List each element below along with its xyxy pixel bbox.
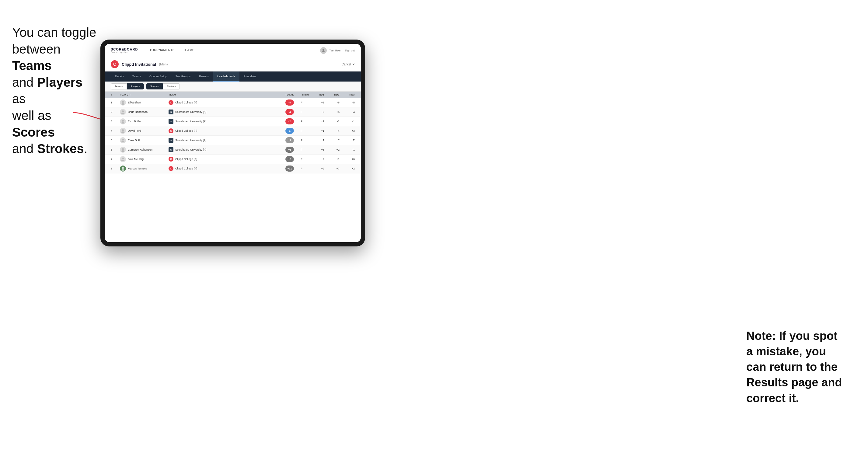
table-row[interactable]: 3 Rich Butler S Scoreboard University [A… xyxy=(105,117,361,126)
rd3-cell: -1 xyxy=(340,148,355,151)
cancel-button[interactable]: Cancel ✕ xyxy=(342,63,355,66)
player-cell: Elliot Ebert xyxy=(120,99,168,105)
clippd-logo: C xyxy=(111,60,119,68)
svg-point-15 xyxy=(122,158,124,159)
rd2-cell: +1 xyxy=(324,158,340,161)
annotation-line5: well as xyxy=(12,108,51,123)
thru-cell: F xyxy=(294,158,309,161)
rd1-cell: -5 xyxy=(309,111,324,114)
team-logo-clippd: C xyxy=(168,166,174,171)
nav-teams[interactable]: TEAMS xyxy=(179,44,199,57)
player-name: Cameron Robertson xyxy=(128,148,152,151)
right-annotation: Note: If you spot a mistake, you can ret… xyxy=(746,328,850,406)
top-nav: SCOREBOARD Powered by clippd TOURNAMENTS… xyxy=(105,44,361,57)
tab-leaderboards[interactable]: Leaderboards xyxy=(213,71,240,82)
rd3-cell: -5 xyxy=(340,101,355,104)
rd2-cell: -6 xyxy=(324,101,340,104)
tab-results[interactable]: Results xyxy=(195,71,213,82)
rd2-cell: +5 xyxy=(324,111,340,114)
tab-tee-groups[interactable]: Tee Groups xyxy=(171,71,195,82)
team-logo-clippd: C xyxy=(168,157,174,161)
total-cell: -4 xyxy=(276,109,294,115)
table-row[interactable]: 8 Marcus Turners C Clippd College [A] +1… xyxy=(105,164,361,174)
tournament-gender: (Men) xyxy=(159,62,168,66)
svg-point-1 xyxy=(322,49,324,51)
rd1-cell: +2 xyxy=(309,167,324,170)
player-avatar xyxy=(120,147,126,153)
team-logo-scoreboard: S xyxy=(168,119,174,124)
rd1-cell: +1 xyxy=(309,139,324,142)
player-avatar xyxy=(120,109,126,115)
tournament-title-row: C Clippd Invitational (Men) xyxy=(111,60,168,68)
player-cell: Rich Butler xyxy=(120,118,168,124)
rank-cell: 5 xyxy=(111,139,120,142)
table-row[interactable]: 1 Elliot Ebert C Clippd College [A] -8 F… xyxy=(105,98,361,107)
tournament-header: C Clippd Invitational (Men) Cancel ✕ xyxy=(105,57,361,71)
team-cell: S Scoreboard University [A] xyxy=(168,119,276,124)
total-cell: +6 xyxy=(276,147,294,153)
right-note-line3: can return to the xyxy=(746,361,838,373)
total-cell: +11 xyxy=(276,165,294,172)
rank-cell: 4 xyxy=(111,129,120,132)
user-avatar xyxy=(320,47,327,54)
svg-point-5 xyxy=(122,111,124,112)
player-name: Rees Britt xyxy=(128,139,140,142)
rd2-cell: -4 xyxy=(324,129,340,132)
player-avatar xyxy=(120,118,126,124)
player-cell: David Ford xyxy=(120,128,168,134)
svg-point-6 xyxy=(121,113,124,114)
rd2-cell: -2 xyxy=(324,120,340,123)
total-cell: +1 xyxy=(276,137,294,143)
toggle-players-button[interactable]: Players xyxy=(127,83,144,89)
nav-right: Test User | Sign out xyxy=(320,47,355,54)
th-rd2: RD2 xyxy=(324,93,340,96)
player-cell: Chris Robertson xyxy=(120,109,168,115)
tab-teams[interactable]: Teams xyxy=(128,71,145,82)
toggle-strokes-button[interactable]: Strokes xyxy=(163,83,180,89)
rd3-cell: E xyxy=(340,139,355,142)
logo-sub: Powered by clippd xyxy=(111,51,138,53)
team-name: Scoreboard University [A] xyxy=(175,111,206,114)
player-avatar xyxy=(120,137,126,143)
sign-out-link[interactable]: Sign out xyxy=(345,49,355,52)
score-badge: +11 xyxy=(285,165,294,172)
team-cell: C Clippd College [A] xyxy=(168,166,276,171)
table-row[interactable]: 2 Chris Robertson S Scoreboard Universit… xyxy=(105,107,361,117)
rank-cell: 1 xyxy=(111,101,120,104)
logo-text: SCOREBOARD xyxy=(111,48,138,51)
svg-point-9 xyxy=(122,129,124,131)
table-row[interactable]: 6 Cameron Robertson S Scoreboard Univers… xyxy=(105,145,361,155)
annotation-line6: and xyxy=(12,142,33,156)
annotation-scores: Scores xyxy=(12,125,55,139)
nav-tournaments[interactable]: TOURNAMENTS xyxy=(145,44,179,57)
toggle-scores-button[interactable]: Scores xyxy=(146,83,163,89)
rank-cell: 6 xyxy=(111,148,120,151)
thru-cell: F xyxy=(294,101,309,104)
annotation-line2: between xyxy=(12,42,61,56)
thru-cell: F xyxy=(294,139,309,142)
team-name: Clippd College [A] xyxy=(175,101,197,104)
rank-cell: 3 xyxy=(111,120,120,123)
player-name: Chris Robertson xyxy=(128,111,148,114)
total-cell: +8 xyxy=(276,156,294,162)
player-name: Rich Butler xyxy=(128,120,141,123)
tab-details[interactable]: Details xyxy=(111,71,128,82)
annotation-teams: Teams xyxy=(12,58,52,73)
tab-printables[interactable]: Printables xyxy=(240,71,261,82)
toggle-teams-button[interactable]: Teams xyxy=(111,83,127,89)
svg-point-11 xyxy=(122,139,124,141)
table-body: 1 Elliot Ebert C Clippd College [A] -8 F… xyxy=(105,98,361,174)
table-row[interactable]: 4 David Ford C Clippd College [A] E F +1… xyxy=(105,126,361,136)
table-header: # PLAYER TEAM TOTAL THRU RD1 RD2 RD3 xyxy=(105,92,361,98)
table-row[interactable]: 5 Rees Britt S Scoreboard University [A]… xyxy=(105,136,361,145)
tab-course-setup[interactable]: Course Setup xyxy=(145,71,171,82)
team-cell: S Scoreboard University [A] xyxy=(168,147,276,152)
team-cell: C Clippd College [A] xyxy=(168,157,276,161)
scores-strokes-toggle: Scores Strokes xyxy=(146,83,180,89)
table-row[interactable]: 7 Blair McHarg C Clippd College [A] +8 F… xyxy=(105,155,361,164)
team-cell: C Clippd College [A] xyxy=(168,128,276,133)
score-badge: E xyxy=(285,128,294,134)
svg-point-17 xyxy=(122,167,124,169)
rank-cell: 2 xyxy=(111,111,120,114)
tablet-frame: SCOREBOARD Powered by clippd TOURNAMENTS… xyxy=(100,39,365,246)
